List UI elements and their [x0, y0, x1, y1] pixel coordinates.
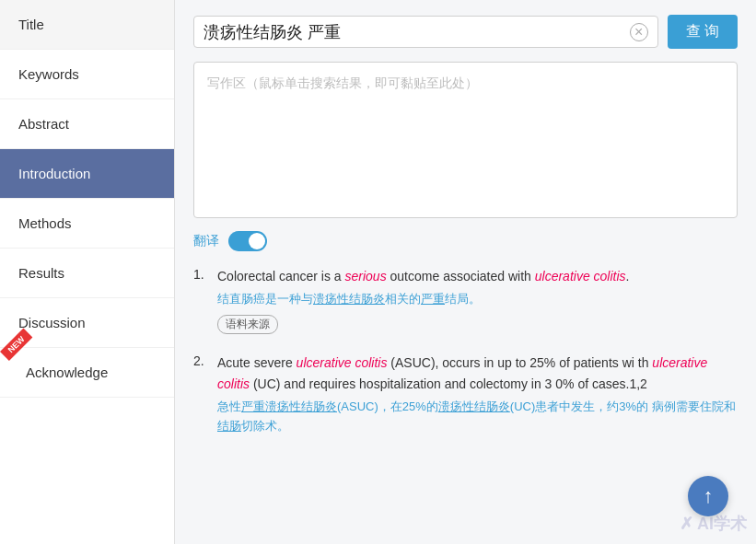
result-content-1: Colorectal cancer is a serious outcome a…: [217, 266, 738, 334]
search-bar: × 查 询: [193, 15, 738, 49]
sidebar-item-label: Discussion: [18, 315, 86, 330]
sidebar-item-introduction[interactable]: Introduction: [0, 149, 174, 199]
translate-toggle[interactable]: [228, 231, 267, 251]
sidebar-item-methods[interactable]: Methods: [0, 199, 174, 249]
search-button[interactable]: 查 询: [668, 15, 738, 49]
sidebar-item-label: Title: [18, 17, 44, 32]
source-tag-1[interactable]: 语料来源: [217, 315, 278, 334]
search-input[interactable]: [204, 22, 630, 41]
scroll-top-button[interactable]: ↑: [688, 476, 728, 516]
sidebar-item-label: Results: [18, 265, 64, 281]
sidebar-item-label: Keywords: [18, 66, 79, 82]
writing-area[interactable]: 写作区（鼠标单击搜索结果，即可黏贴至此处）: [193, 62, 738, 218]
search-input-wrap: ×: [193, 16, 658, 48]
result-en-2[interactable]: Acute severe ulcerative colitis (ASUC), …: [217, 353, 738, 394]
sidebar-item-acknowledge[interactable]: NEW Acknowledge: [0, 348, 174, 398]
result-cn-2: 急性严重溃疡性结肠炎(ASUC)，在25%的溃疡性结肠炎(UC)患者中发生，约3…: [217, 398, 738, 436]
result-item-2: 2. Acute severe ulcerative colitis (ASUC…: [193, 353, 738, 441]
writing-area-placeholder: 写作区（鼠标单击搜索结果，即可黏贴至此处）: [207, 75, 478, 90]
sidebar-item-abstract[interactable]: Abstract: [0, 99, 174, 149]
sidebar-item-label: Acknowledge: [26, 365, 108, 380]
sidebar-item-label: Methods: [18, 215, 72, 231]
result-content-2: Acute severe ulcerative colitis (ASUC), …: [217, 353, 738, 441]
result-number-2: 2.: [193, 353, 210, 441]
main-content: × 查 询 写作区（鼠标单击搜索结果，即可黏贴至此处） 翻译 1. Colore…: [175, 0, 756, 544]
result-number-1: 1.: [193, 266, 210, 334]
scroll-top-icon: ↑: [704, 484, 714, 508]
sidebar-item-label: Introduction: [18, 166, 90, 181]
watermark: ✗ AI学术: [680, 513, 747, 535]
result-item-1: 1. Colorectal cancer is a serious outcom…: [193, 266, 738, 334]
results-list: 1. Colorectal cancer is a serious outcom…: [193, 266, 738, 442]
clear-button[interactable]: ×: [630, 23, 648, 41]
translate-label: 翻译: [193, 233, 219, 249]
sidebar-item-title[interactable]: Title: [0, 0, 174, 50]
sidebar-item-keywords[interactable]: Keywords: [0, 50, 174, 99]
translate-row: 翻译: [193, 231, 738, 251]
sidebar-item-label: Abstract: [18, 116, 69, 132]
result-en-1[interactable]: Colorectal cancer is a serious outcome a…: [217, 266, 738, 286]
sidebar: Title Keywords Abstract Introduction Met…: [0, 0, 175, 544]
result-cn-1: 结直肠癌是一种与溃疡性结肠炎相关的严重结局。: [217, 290, 738, 309]
sidebar-item-results[interactable]: Results: [0, 249, 174, 298]
